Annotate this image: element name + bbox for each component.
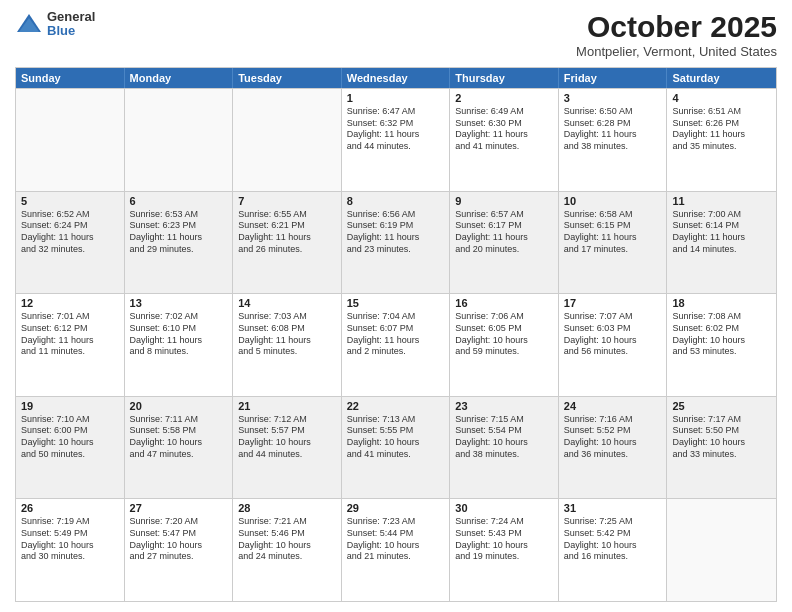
day-number: 7 [238, 195, 336, 207]
day-number: 31 [564, 502, 662, 514]
calendar-cell: 28Sunrise: 7:21 AM Sunset: 5:46 PM Dayli… [233, 499, 342, 601]
calendar-cell: 7Sunrise: 6:55 AM Sunset: 6:21 PM Daylig… [233, 192, 342, 294]
logo-text: General Blue [47, 10, 95, 39]
calendar-row-4: 19Sunrise: 7:10 AM Sunset: 6:00 PM Dayli… [16, 396, 776, 499]
day-number: 24 [564, 400, 662, 412]
day-info: Sunrise: 7:13 AM Sunset: 5:55 PM Dayligh… [347, 414, 445, 461]
calendar-cell: 12Sunrise: 7:01 AM Sunset: 6:12 PM Dayli… [16, 294, 125, 396]
day-number: 5 [21, 195, 119, 207]
header-day-monday: Monday [125, 68, 234, 88]
header-day-tuesday: Tuesday [233, 68, 342, 88]
day-info: Sunrise: 7:11 AM Sunset: 5:58 PM Dayligh… [130, 414, 228, 461]
title-area: October 2025 Montpelier, Vermont, United… [576, 10, 777, 59]
day-info: Sunrise: 7:01 AM Sunset: 6:12 PM Dayligh… [21, 311, 119, 358]
day-info: Sunrise: 6:55 AM Sunset: 6:21 PM Dayligh… [238, 209, 336, 256]
calendar-cell: 8Sunrise: 6:56 AM Sunset: 6:19 PM Daylig… [342, 192, 451, 294]
day-number: 6 [130, 195, 228, 207]
day-number: 20 [130, 400, 228, 412]
day-number: 14 [238, 297, 336, 309]
day-info: Sunrise: 7:16 AM Sunset: 5:52 PM Dayligh… [564, 414, 662, 461]
day-number: 17 [564, 297, 662, 309]
day-number: 22 [347, 400, 445, 412]
location-subtitle: Montpelier, Vermont, United States [576, 44, 777, 59]
day-info: Sunrise: 7:07 AM Sunset: 6:03 PM Dayligh… [564, 311, 662, 358]
day-number: 28 [238, 502, 336, 514]
day-info: Sunrise: 6:47 AM Sunset: 6:32 PM Dayligh… [347, 106, 445, 153]
day-info: Sunrise: 7:12 AM Sunset: 5:57 PM Dayligh… [238, 414, 336, 461]
day-info: Sunrise: 6:49 AM Sunset: 6:30 PM Dayligh… [455, 106, 553, 153]
calendar-cell [233, 89, 342, 191]
calendar-row-5: 26Sunrise: 7:19 AM Sunset: 5:49 PM Dayli… [16, 498, 776, 601]
day-info: Sunrise: 7:17 AM Sunset: 5:50 PM Dayligh… [672, 414, 771, 461]
day-number: 16 [455, 297, 553, 309]
calendar-row-3: 12Sunrise: 7:01 AM Sunset: 6:12 PM Dayli… [16, 293, 776, 396]
day-info: Sunrise: 7:20 AM Sunset: 5:47 PM Dayligh… [130, 516, 228, 563]
day-number: 2 [455, 92, 553, 104]
day-number: 21 [238, 400, 336, 412]
day-info: Sunrise: 7:03 AM Sunset: 6:08 PM Dayligh… [238, 311, 336, 358]
header-day-saturday: Saturday [667, 68, 776, 88]
day-info: Sunrise: 7:06 AM Sunset: 6:05 PM Dayligh… [455, 311, 553, 358]
calendar-cell: 1Sunrise: 6:47 AM Sunset: 6:32 PM Daylig… [342, 89, 451, 191]
calendar: SundayMondayTuesdayWednesdayThursdayFrid… [15, 67, 777, 602]
calendar-cell: 2Sunrise: 6:49 AM Sunset: 6:30 PM Daylig… [450, 89, 559, 191]
day-number: 19 [21, 400, 119, 412]
header-day-wednesday: Wednesday [342, 68, 451, 88]
calendar-cell: 10Sunrise: 6:58 AM Sunset: 6:15 PM Dayli… [559, 192, 668, 294]
day-number: 9 [455, 195, 553, 207]
day-info: Sunrise: 7:10 AM Sunset: 6:00 PM Dayligh… [21, 414, 119, 461]
header-day-sunday: Sunday [16, 68, 125, 88]
calendar-cell: 20Sunrise: 7:11 AM Sunset: 5:58 PM Dayli… [125, 397, 234, 499]
day-number: 29 [347, 502, 445, 514]
day-info: Sunrise: 7:21 AM Sunset: 5:46 PM Dayligh… [238, 516, 336, 563]
page: General Blue October 2025 Montpelier, Ve… [0, 0, 792, 612]
calendar-cell: 11Sunrise: 7:00 AM Sunset: 6:14 PM Dayli… [667, 192, 776, 294]
day-info: Sunrise: 6:58 AM Sunset: 6:15 PM Dayligh… [564, 209, 662, 256]
calendar-cell [667, 499, 776, 601]
day-info: Sunrise: 7:00 AM Sunset: 6:14 PM Dayligh… [672, 209, 771, 256]
day-info: Sunrise: 6:50 AM Sunset: 6:28 PM Dayligh… [564, 106, 662, 153]
day-number: 12 [21, 297, 119, 309]
header-day-friday: Friday [559, 68, 668, 88]
calendar-cell [16, 89, 125, 191]
calendar-cell: 25Sunrise: 7:17 AM Sunset: 5:50 PM Dayli… [667, 397, 776, 499]
logo-icon [15, 10, 43, 38]
calendar-body: 1Sunrise: 6:47 AM Sunset: 6:32 PM Daylig… [16, 88, 776, 601]
calendar-cell: 29Sunrise: 7:23 AM Sunset: 5:44 PM Dayli… [342, 499, 451, 601]
day-info: Sunrise: 6:51 AM Sunset: 6:26 PM Dayligh… [672, 106, 771, 153]
calendar-cell: 4Sunrise: 6:51 AM Sunset: 6:26 PM Daylig… [667, 89, 776, 191]
day-number: 13 [130, 297, 228, 309]
day-info: Sunrise: 7:23 AM Sunset: 5:44 PM Dayligh… [347, 516, 445, 563]
day-number: 18 [672, 297, 771, 309]
calendar-cell [125, 89, 234, 191]
day-number: 3 [564, 92, 662, 104]
calendar-cell: 9Sunrise: 6:57 AM Sunset: 6:17 PM Daylig… [450, 192, 559, 294]
calendar-header: SundayMondayTuesdayWednesdayThursdayFrid… [16, 68, 776, 88]
calendar-cell: 24Sunrise: 7:16 AM Sunset: 5:52 PM Dayli… [559, 397, 668, 499]
calendar-cell: 22Sunrise: 7:13 AM Sunset: 5:55 PM Dayli… [342, 397, 451, 499]
calendar-row-1: 1Sunrise: 6:47 AM Sunset: 6:32 PM Daylig… [16, 88, 776, 191]
day-info: Sunrise: 7:04 AM Sunset: 6:07 PM Dayligh… [347, 311, 445, 358]
header-day-thursday: Thursday [450, 68, 559, 88]
month-title: October 2025 [576, 10, 777, 44]
day-info: Sunrise: 7:24 AM Sunset: 5:43 PM Dayligh… [455, 516, 553, 563]
day-number: 25 [672, 400, 771, 412]
day-info: Sunrise: 6:57 AM Sunset: 6:17 PM Dayligh… [455, 209, 553, 256]
day-info: Sunrise: 7:25 AM Sunset: 5:42 PM Dayligh… [564, 516, 662, 563]
calendar-cell: 26Sunrise: 7:19 AM Sunset: 5:49 PM Dayli… [16, 499, 125, 601]
calendar-cell: 18Sunrise: 7:08 AM Sunset: 6:02 PM Dayli… [667, 294, 776, 396]
day-number: 30 [455, 502, 553, 514]
day-number: 27 [130, 502, 228, 514]
calendar-cell: 15Sunrise: 7:04 AM Sunset: 6:07 PM Dayli… [342, 294, 451, 396]
calendar-cell: 16Sunrise: 7:06 AM Sunset: 6:05 PM Dayli… [450, 294, 559, 396]
calendar-cell: 30Sunrise: 7:24 AM Sunset: 5:43 PM Dayli… [450, 499, 559, 601]
calendar-cell: 19Sunrise: 7:10 AM Sunset: 6:00 PM Dayli… [16, 397, 125, 499]
day-number: 15 [347, 297, 445, 309]
day-info: Sunrise: 7:15 AM Sunset: 5:54 PM Dayligh… [455, 414, 553, 461]
day-number: 10 [564, 195, 662, 207]
logo: General Blue [15, 10, 95, 39]
calendar-cell: 23Sunrise: 7:15 AM Sunset: 5:54 PM Dayli… [450, 397, 559, 499]
day-number: 8 [347, 195, 445, 207]
day-info: Sunrise: 7:02 AM Sunset: 6:10 PM Dayligh… [130, 311, 228, 358]
calendar-cell: 17Sunrise: 7:07 AM Sunset: 6:03 PM Dayli… [559, 294, 668, 396]
